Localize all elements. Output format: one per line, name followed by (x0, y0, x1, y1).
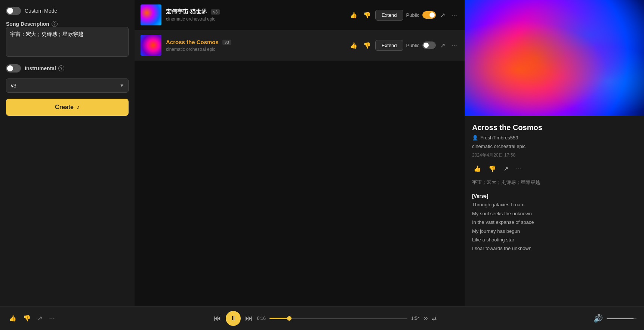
rp-description: 宇宙；宏大；史诗感；星际穿越 (472, 179, 637, 186)
public-toggle[interactable] (422, 41, 436, 49)
current-time: 0:16 (257, 316, 266, 321)
public-label: Public (406, 12, 419, 18)
version-select[interactable]: v3 v2 v1 (6, 78, 129, 93)
more-button[interactable]: ⋯ (450, 40, 459, 50)
pause-button[interactable]: ⏸ (226, 311, 241, 326)
public-toggle[interactable] (422, 11, 436, 19)
song-description-section: Song Description ? 宇宙；宏大；史诗感；星际穿越 (6, 21, 129, 58)
volume-fill (607, 318, 634, 319)
player-right: 🔊 (594, 314, 637, 323)
progress-bar[interactable] (269, 318, 407, 319)
lyric-line: Through galaxies I roam (472, 200, 637, 209)
rp-genre: cinematic orchestral epic (472, 144, 637, 149)
rp-dislike-button[interactable]: 👎 (487, 164, 497, 174)
song-actions: 👍 👎 Extend Public ↗ ⋯ (348, 40, 459, 51)
volume-icon[interactable]: 🔊 (594, 314, 603, 323)
next-button[interactable]: ⏭ (245, 314, 253, 323)
like-button[interactable]: 👍 (348, 10, 359, 20)
like-button[interactable]: 👍 (348, 40, 359, 50)
left-panel: Custom Mode Song Description ? 宇宙；宏大；史诗感… (0, 0, 135, 306)
instrumental-row: Instrumental ? (6, 64, 129, 73)
lyric-line: In the vast expanse of space (472, 218, 637, 226)
rp-actions: 👍 👎 ↗ ⋯ (472, 164, 637, 174)
player-dislike-button[interactable]: 👎 (22, 313, 32, 323)
lyric-line: Like a shooting star (472, 235, 637, 244)
progress-thumb (287, 316, 292, 321)
lyric-line: My soul seeks the unknown (472, 209, 637, 218)
center-panel: 宏伟宇宙-猫世界 v3 cinematic orchestral epic 👍 … (135, 0, 465, 306)
lyric-line: My journey has begun (472, 227, 637, 235)
shuffle-icon[interactable]: ⇄ (432, 315, 437, 322)
song-version-tag: v3 (222, 40, 231, 45)
song-actions: 👍 👎 Extend Public ↗ ⋯ (348, 10, 459, 21)
song-description-help-icon[interactable]: ? (52, 21, 58, 27)
player-controls: ⏮ ⏸ ⏭ 0:16 1:54 ∞ ⇄ (62, 311, 588, 326)
song-info: 宏伟宇宙-猫世界 v3 cinematic orchestral epic (166, 8, 344, 22)
song-title: Across the Cosmos (166, 39, 219, 45)
rp-lyrics: [Verse] Through galaxies I roam My soul … (472, 192, 637, 253)
rp-share-button[interactable]: ↗ (502, 164, 510, 174)
share-button[interactable]: ↗ (439, 40, 447, 50)
album-art (465, 0, 644, 116)
song-description-textarea[interactable]: 宇宙；宏大；史诗感；星际穿越 (6, 27, 129, 57)
song-item[interactable]: Across the Cosmos v3 cinematic orchestra… (135, 30, 465, 61)
create-button[interactable]: Create ♪ (6, 99, 129, 116)
prev-button[interactable]: ⏮ (214, 314, 221, 323)
music-note-icon: ♪ (77, 104, 80, 111)
instrumental-label: Instrumental (25, 65, 56, 71)
rp-title: Across the Cosmos (472, 123, 637, 132)
bottom-player: 👍 👎 ↗ ⋯ ⏮ ⏸ ⏭ 0:16 1:54 ∞ ⇄ 🔊 (0, 306, 644, 330)
extend-button[interactable]: Extend (375, 10, 403, 21)
song-genre: cinematic orchestral epic (166, 16, 344, 22)
song-title: 宏伟宇宙-猫世界 (166, 8, 207, 15)
right-panel: Across the Cosmos 👤 FreshTimbres559 cine… (465, 0, 644, 306)
song-info: Across the Cosmos v3 cinematic orchestra… (166, 39, 344, 52)
song-genre: cinematic orchestral epic (166, 47, 344, 52)
song-item[interactable]: 宏伟宇宙-猫世界 v3 cinematic orchestral epic 👍 … (135, 0, 465, 30)
create-label: Create (55, 104, 74, 111)
verse-label: [Verse] (472, 192, 637, 200)
rp-more-button[interactable]: ⋯ (514, 164, 523, 174)
volume-bar[interactable] (607, 318, 637, 319)
song-thumbnail (141, 35, 161, 56)
player-left: 👍 👎 ↗ ⋯ (7, 313, 56, 323)
rp-author: 👤 FreshTimbres559 (472, 135, 637, 141)
player-share-button[interactable]: ↗ (36, 313, 44, 323)
right-panel-content: Across the Cosmos 👤 FreshTimbres559 cine… (465, 116, 644, 260)
user-icon: 👤 (472, 135, 478, 141)
rp-like-button[interactable]: 👍 (472, 164, 483, 174)
custom-mode-toggle[interactable] (6, 7, 21, 15)
share-button[interactable]: ↗ (439, 10, 447, 20)
player-more-button[interactable]: ⋯ (47, 313, 56, 323)
song-version-tag: v3 (211, 9, 220, 15)
version-select-wrapper: v3 v2 v1 ▼ (6, 78, 129, 93)
more-button[interactable]: ⋯ (450, 10, 459, 20)
progress-fill (269, 318, 289, 319)
custom-mode-row: Custom Mode (6, 7, 129, 15)
custom-mode-label: Custom Mode (25, 8, 57, 14)
extend-button[interactable]: Extend (375, 40, 403, 51)
public-label: Public (406, 43, 419, 48)
player-like-button[interactable]: 👍 (7, 313, 18, 323)
loop-icon[interactable]: ∞ (423, 315, 428, 322)
lyric-line: I soar towards the unknown (472, 244, 637, 253)
instrumental-help-icon[interactable]: ? (58, 65, 64, 71)
rp-date: 2024年4月20日 17:58 (472, 152, 637, 158)
rp-author-name: FreshTimbres559 (480, 135, 518, 141)
instrumental-toggle[interactable] (6, 64, 21, 73)
total-time: 1:54 (411, 316, 420, 321)
song-thumbnail (141, 4, 161, 25)
dislike-button[interactable]: 👎 (362, 40, 372, 50)
song-description-label: Song Description (6, 21, 49, 27)
progress-area: 0:16 1:54 ∞ ⇄ (257, 315, 437, 322)
dislike-button[interactable]: 👎 (362, 10, 372, 20)
